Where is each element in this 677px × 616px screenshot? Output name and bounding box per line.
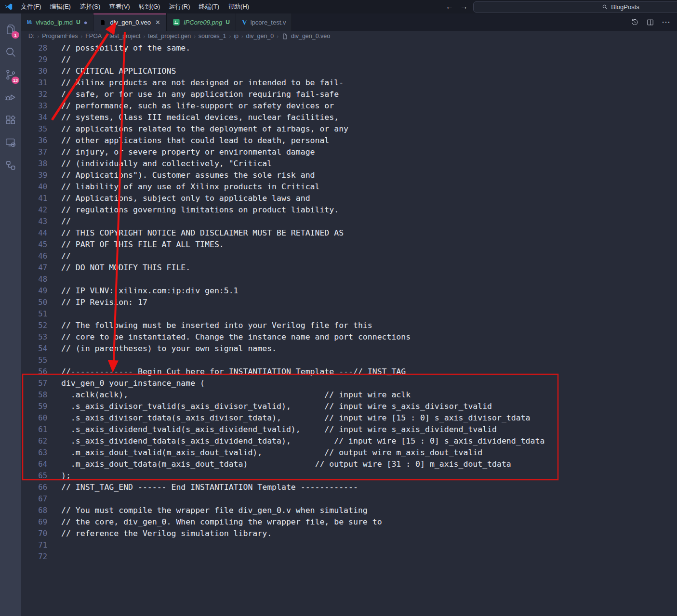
menu-goto[interactable]: 转到(G) bbox=[134, 0, 165, 13]
breadcrumb-separator: › bbox=[277, 33, 279, 39]
line-number: 57 bbox=[21, 378, 47, 389]
code-text: // You must compile the wrapper file div… bbox=[61, 505, 368, 516]
code-text: // Applications"). Customer assumes the … bbox=[61, 170, 315, 181]
run-debug-icon[interactable] bbox=[0, 86, 21, 108]
code-line: 64 .m_axis_dout_tdata(m_axis_dout_tdata)… bbox=[21, 459, 677, 470]
code-line: 39// Applications"). Customer assumes th… bbox=[21, 170, 677, 181]
tab-vivado-ip-md[interactable]: M↓vivado_ip.mdU● bbox=[21, 13, 93, 31]
extensions-icon[interactable] bbox=[0, 108, 21, 131]
code-line: 62 .s_axis_dividend_tdata(s_axis_dividen… bbox=[21, 435, 677, 447]
code-line: 46// bbox=[21, 250, 677, 262]
code-line: 47// DO NOT MODIFY THIS FILE. bbox=[21, 262, 677, 274]
line-number: 33 bbox=[21, 100, 47, 112]
tab-ipcore-test-v[interactable]: Vipcore_test.v bbox=[236, 13, 292, 31]
nav-back-button[interactable]: ← bbox=[446, 0, 453, 13]
breadcrumb-item[interactable]: ip bbox=[234, 33, 239, 39]
code-text: // Xilinx products are not designed or i… bbox=[61, 77, 344, 89]
menu-file[interactable]: 文件(F) bbox=[16, 0, 46, 13]
nav-forward-button[interactable]: → bbox=[460, 0, 468, 13]
source-control-icon[interactable]: 13 bbox=[0, 63, 21, 86]
line-number: 50 bbox=[21, 297, 47, 308]
code-text: // applications related to the deploymen… bbox=[61, 123, 348, 135]
command-center-search[interactable]: BlogPosts bbox=[473, 1, 677, 13]
line-number: 47 bbox=[21, 262, 47, 274]
code-line: 55 bbox=[21, 354, 677, 366]
search-icon[interactable] bbox=[0, 40, 21, 63]
menu-bar: 文件(F)编辑(E)选择(S)查看(V)转到(G)运行(R)终端(T)帮助(H) bbox=[16, 0, 253, 13]
code-text: // CRITICAL APPLICATIONS bbox=[61, 66, 176, 77]
line-number: 39 bbox=[21, 170, 47, 181]
hierarchy-icon[interactable] bbox=[0, 154, 21, 176]
line-number: 31 bbox=[21, 77, 47, 89]
breadcrumb-filename: div_gen_0.veo bbox=[291, 33, 330, 39]
code-text: // Applications, subject only to applica… bbox=[61, 193, 310, 204]
line-number: 67 bbox=[21, 493, 47, 505]
line-number: 60 bbox=[21, 412, 47, 424]
tabs-container: M↓vivado_ip.mdU●div_gen_0.veo✕IPCore09.p… bbox=[21, 13, 292, 31]
menu-help[interactable]: 帮助(H) bbox=[224, 0, 253, 13]
remote-explorer-icon[interactable] bbox=[0, 131, 21, 154]
code-line: 38// (individually and collectively, "Cr… bbox=[21, 158, 677, 170]
breadcrumb-item[interactable]: D: bbox=[28, 33, 35, 39]
code-text: // IP Revision: 17 bbox=[61, 297, 147, 308]
tab-div-gen-0-veo[interactable]: div_gen_0.veo✕ bbox=[93, 13, 166, 31]
line-number: 70 bbox=[21, 528, 47, 539]
search-label: BlogPosts bbox=[611, 3, 639, 11]
code-text: // PART OF THIS FILE AT ALL TIMES. bbox=[61, 239, 224, 250]
menu-selection[interactable]: 选择(S) bbox=[75, 0, 105, 13]
menu-terminal[interactable]: 终端(T) bbox=[194, 0, 224, 13]
breadcrumb-item[interactable]: div_gen_0 bbox=[246, 33, 274, 39]
breadcrumb-item[interactable]: sources_1 bbox=[199, 33, 226, 39]
code-line: 52// The following must be inserted into… bbox=[21, 320, 677, 331]
line-number: 56 bbox=[21, 366, 47, 378]
tab-bar: M↓vivado_ip.mdU●div_gen_0.veo✕IPCore09.p… bbox=[21, 13, 677, 31]
breadcrumb[interactable]: D:›ProgramFiles›FPGA›test_project›test_p… bbox=[21, 31, 677, 41]
code-line: 59 .s_axis_divisor_tvalid(s_axis_divisor… bbox=[21, 401, 677, 412]
editor-actions: ⋯ bbox=[631, 13, 677, 31]
tab-label: div_gen_0.veo bbox=[110, 19, 151, 26]
tab-ipcore09-png[interactable]: IPCore09.pngU bbox=[167, 13, 236, 31]
code-text: .m_axis_dout_tvalid(m_axis_dout_tvalid),… bbox=[61, 447, 482, 459]
breadcrumb-item[interactable]: FPGA bbox=[85, 33, 102, 39]
menu-run[interactable]: 运行(R) bbox=[164, 0, 194, 13]
code-text: // bbox=[61, 216, 71, 227]
menu-view[interactable]: 查看(V) bbox=[105, 0, 134, 13]
code-line: 31// Xilinx products are not designed or… bbox=[21, 77, 677, 89]
verilog-icon: V bbox=[242, 18, 247, 26]
line-number: 72 bbox=[21, 551, 47, 563]
code-text: // injury, or severe property or environ… bbox=[61, 146, 315, 158]
breadcrumb-separator: › bbox=[38, 33, 40, 39]
history-icon[interactable] bbox=[631, 18, 639, 26]
code-line: 56//------------- Begin Cut here for INS… bbox=[21, 366, 677, 378]
code-text: // DO NOT MODIFY THIS FILE. bbox=[61, 262, 190, 274]
code-text: .s_axis_divisor_tdata(s_axis_divisor_tda… bbox=[61, 412, 531, 424]
breadcrumb-item[interactable]: test_project.gen bbox=[148, 33, 191, 39]
breadcrumb-item[interactable]: test_project bbox=[109, 33, 141, 39]
code-line: 50// IP Revision: 17 bbox=[21, 297, 677, 308]
line-number: 40 bbox=[21, 181, 47, 193]
code-editor[interactable]: 28// possibility of the same.29//30// CR… bbox=[21, 41, 677, 616]
git-status-badge: U bbox=[76, 19, 80, 26]
code-line: 45// PART OF THIS FILE AT ALL TIMES. bbox=[21, 239, 677, 250]
line-number: 36 bbox=[21, 135, 47, 146]
line-number: 61 bbox=[21, 424, 47, 435]
menu-edit[interactable]: 编辑(E) bbox=[46, 0, 75, 13]
split-editor-icon[interactable] bbox=[646, 18, 654, 26]
code-line: 40// liability of any use of Xilinx prod… bbox=[21, 181, 677, 193]
breadcrumb-file[interactable]: div_gen_0.veo bbox=[281, 33, 330, 40]
line-number: 37 bbox=[21, 146, 47, 158]
code-text: .m_axis_dout_tdata(m_axis_dout_tdata) //… bbox=[61, 459, 511, 470]
vscode-window: 文件(F)编辑(E)选择(S)查看(V)转到(G)运行(R)终端(T)帮助(H)… bbox=[0, 0, 677, 616]
code-text: // THIS COPYRIGHT NOTICE AND DISCLAIMER … bbox=[61, 227, 344, 239]
git-status-badge: U bbox=[226, 19, 230, 26]
vscode-logo-icon bbox=[4, 2, 13, 12]
code-text: // systems, Class III medical devices, n… bbox=[61, 112, 339, 123]
line-number: 62 bbox=[21, 435, 47, 447]
line-number: 59 bbox=[21, 401, 47, 412]
breadcrumb-separator: › bbox=[194, 33, 196, 39]
code-text: // possibility of the same. bbox=[61, 42, 190, 54]
more-actions-icon[interactable]: ⋯ bbox=[662, 18, 670, 26]
breadcrumb-item[interactable]: ProgramFiles bbox=[42, 33, 78, 39]
close-icon[interactable]: ✕ bbox=[155, 19, 160, 26]
explorer-icon[interactable]: 1 bbox=[0, 18, 21, 40]
